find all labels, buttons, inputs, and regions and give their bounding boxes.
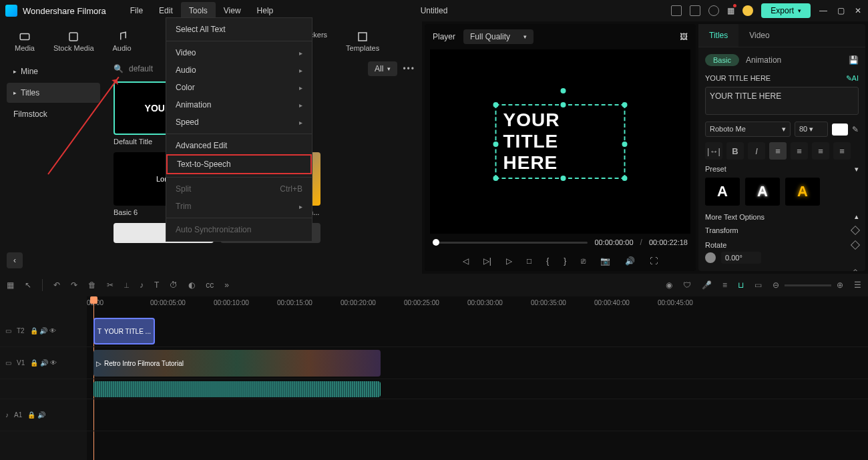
props-tab-video[interactable]: Video [738, 24, 780, 47]
track-v1-audio[interactable] [87, 379, 868, 399]
track-head-v1[interactable]: ▭ V1 🔒 🔊 👁 [0, 347, 87, 379]
align-justify-button[interactable]: ≡ [833, 142, 851, 160]
tl-text-button[interactable]: T [154, 280, 159, 290]
more-text-options[interactable]: More Text Options▴ [705, 212, 859, 221]
minimize-button[interactable]: — [819, 6, 828, 15]
dd-advanced-edit[interactable]: Advanced Edit [166, 137, 312, 154]
track-a1[interactable] [87, 399, 868, 431]
apps-icon[interactable]: ▦ [727, 6, 734, 15]
mark-out-button[interactable]: } [564, 256, 566, 266]
play-button[interactable]: ▷ [506, 256, 512, 266]
dd-color[interactable]: Color▸ [166, 79, 312, 96]
close-button[interactable]: ✕ [853, 6, 863, 15]
tab-media[interactable]: Media [5, 27, 44, 56]
track-t2[interactable]: T YOUR TITLE ... [87, 315, 868, 347]
rotate-value[interactable]: 0.00° [721, 252, 761, 264]
tl-layout-icon[interactable]: ▦ [7, 280, 14, 290]
tab-audio[interactable]: Audio [103, 27, 141, 56]
tl-marker-button[interactable]: ◉ [666, 280, 672, 290]
tl-more-button[interactable]: » [224, 280, 229, 290]
clip-audio-inline[interactable] [93, 381, 381, 397]
clip-video[interactable]: ▷ Retro Intro Filmora Tutorial [93, 350, 381, 377]
quality-dropdown[interactable]: Full Quality▾ [463, 29, 533, 44]
tab-templates[interactable]: Templates [337, 27, 389, 56]
tl-undo-button[interactable]: ↶ [53, 280, 60, 290]
tl-cut-button[interactable]: ✂ [107, 280, 114, 290]
rotate-knob[interactable] [705, 252, 716, 263]
tl-mic-icon[interactable]: 🎤 [702, 280, 712, 290]
italic-button[interactable]: I [748, 142, 765, 160]
tl-speed-button[interactable]: ⏱ [170, 280, 178, 290]
dd-select-all-text[interactable]: Select All Text [166, 21, 312, 38]
keyframe-icon[interactable] [851, 226, 860, 235]
font-dropdown[interactable]: Roboto Me▾ [705, 122, 791, 137]
sidenav-mine[interactable]: ▸Mine [7, 61, 100, 81]
transform-label[interactable]: Transform [705, 226, 738, 234]
track-head-t2[interactable]: ▭ T2 🔒 🔊 👁 [0, 315, 87, 347]
font-size-input[interactable]: 80 ▾ [795, 122, 828, 137]
track-v1[interactable]: ▷ Retro Intro Filmora Tutorial [87, 347, 868, 379]
preset-2[interactable]: A [745, 178, 780, 206]
tl-music-button[interactable]: ♪ [140, 280, 144, 290]
props-tab-titles[interactable]: Titles [698, 24, 738, 47]
snapshot-icon[interactable]: 🖼 [680, 32, 688, 41]
color-swatch[interactable] [832, 124, 848, 136]
title-selection-box[interactable]: YOUR TITLE HERE [495, 104, 626, 179]
zoom-out-button[interactable]: ⊖ [773, 280, 779, 290]
prev-frame-button[interactable]: ◁ [463, 256, 469, 266]
volume-icon[interactable]: 🔊 [625, 256, 635, 266]
filter-all-button[interactable]: All▾ [368, 61, 397, 76]
save-icon[interactable] [690, 5, 700, 16]
align-left-button[interactable]: ≡ [769, 142, 787, 160]
scrub-bar[interactable] [433, 242, 588, 244]
tl-render-icon[interactable]: ▭ [754, 280, 762, 290]
tab-stock-media[interactable]: Stock Media [44, 27, 103, 56]
dd-animation[interactable]: Animation▸ [166, 96, 312, 113]
scale-keyframe[interactable] [851, 269, 860, 271]
menu-file[interactable]: File [122, 2, 151, 19]
preview-canvas[interactable]: YOUR TITLE HERE [430, 49, 690, 234]
maximize-button[interactable]: ▢ [836, 6, 845, 15]
mark-in-button[interactable]: { [546, 256, 549, 266]
preset-3[interactable]: A [785, 178, 820, 206]
tl-crop-button[interactable]: ⟂ [124, 280, 129, 290]
sidenav-titles[interactable]: ▸Titles [7, 83, 100, 103]
tl-redo-button[interactable]: ↷ [71, 280, 77, 290]
reset-scale-icon[interactable]: ↻ [842, 270, 848, 271]
export-button[interactable]: Export▾ [761, 3, 811, 18]
dd-video[interactable]: Video▸ [166, 44, 312, 61]
search-icon[interactable]: 🔍 [114, 64, 124, 73]
more-options-button[interactable]: ••• [403, 64, 415, 73]
dd-speed[interactable]: Speed▸ [166, 113, 312, 131]
save-preset-icon[interactable]: 💾 [849, 55, 859, 65]
tl-cursor-icon[interactable]: ↖ [25, 280, 31, 290]
ai-icon[interactable]: ✎AI [846, 74, 859, 83]
align-center-button[interactable]: ≡ [791, 142, 808, 160]
eyedropper-icon[interactable]: ✎ [852, 125, 859, 134]
tl-delete-button[interactable]: 🗑 [88, 280, 96, 290]
zoom-slider[interactable] [785, 284, 831, 286]
clip-title[interactable]: T YOUR TITLE ... [93, 318, 155, 344]
align-right-button[interactable]: ≡ [812, 142, 829, 160]
cloud-icon[interactable] [708, 5, 719, 16]
zoom-in-button[interactable]: ⊕ [837, 280, 843, 290]
title-textarea[interactable]: YOUR TITLE HERE [705, 87, 859, 115]
stop-button[interactable]: □ [527, 256, 531, 266]
bold-button[interactable]: B [726, 142, 744, 160]
camera-icon[interactable]: 📷 [600, 256, 610, 266]
spacing-icon[interactable]: |↔| [705, 142, 722, 160]
pager-prev-button[interactable]: ‹ [7, 252, 23, 268]
subtab-animation[interactable]: Animation [746, 55, 781, 65]
rotate-keyframe[interactable] [851, 240, 860, 250]
fullscreen-button[interactable]: ⛶ [650, 256, 658, 266]
tl-color-button[interactable]: ◐ [188, 280, 195, 290]
subtab-basic[interactable]: Basic [705, 54, 739, 66]
play-start-button[interactable]: ▷| [483, 256, 491, 266]
tl-magnet-icon[interactable]: ⊔ [738, 280, 744, 290]
track-head-a1[interactable]: ♪ A1 🔒 🔊 [0, 399, 87, 431]
timeline-ruler[interactable]: 00:0000:00:05:00 00:00:10:0000:00:15:00 … [87, 296, 868, 315]
avatar-icon[interactable] [742, 5, 753, 16]
dd-text-to-speech[interactable]: Text-to-Speech [166, 154, 312, 174]
tl-list-icon[interactable]: ☰ [854, 280, 861, 290]
tl-cc-button[interactable]: cc [206, 280, 214, 290]
